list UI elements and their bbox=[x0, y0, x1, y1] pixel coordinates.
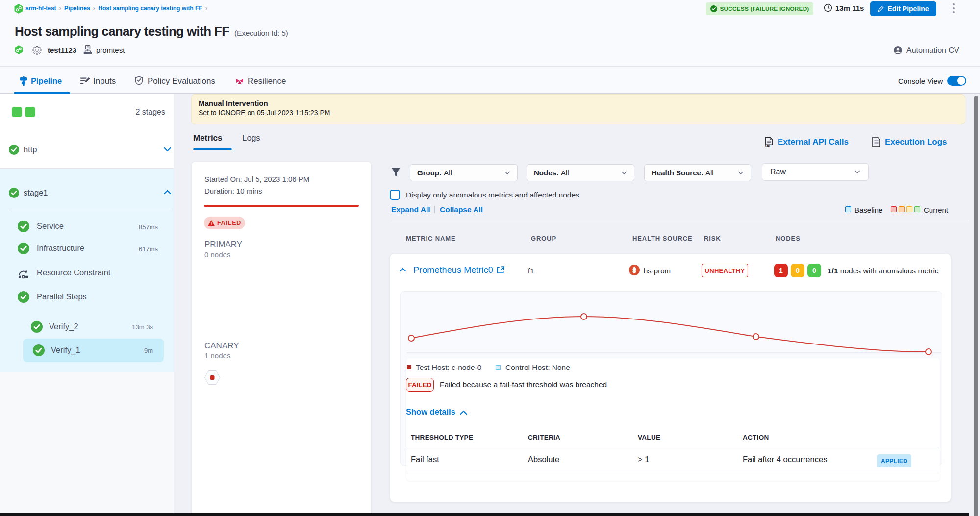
svg-text:API: API bbox=[765, 145, 770, 148]
